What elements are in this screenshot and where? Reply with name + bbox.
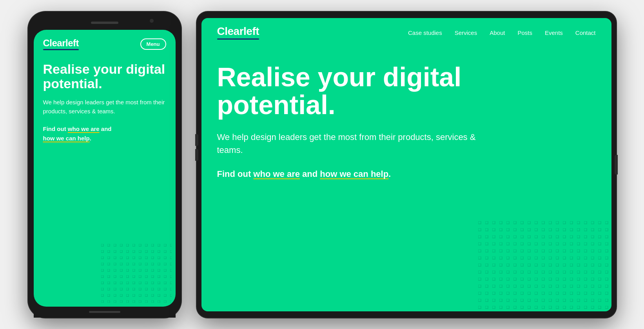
nav-contact[interactable]: Contact [575, 29, 596, 36]
phone-dot-pattern [101, 244, 172, 303]
tablet-volume-buttons [195, 134, 198, 161]
phone-device: Clearleft Menu Realise your digital pote… [28, 12, 181, 318]
tablet-nav: Case studies Services About Posts Events… [408, 29, 596, 36]
tablet-dot-pattern [478, 221, 611, 311]
tablet-who-we-are-link[interactable]: who we are [253, 169, 300, 179]
tablet-cta-prefix: Find out [217, 169, 254, 179]
nav-events[interactable]: Events [545, 29, 563, 36]
phone-notch [34, 17, 176, 28]
nav-services[interactable]: Services [455, 29, 477, 36]
tablet-how-we-help-link[interactable]: how we can help [320, 169, 388, 179]
phone-who-we-are-link[interactable]: who we are [68, 125, 100, 132]
tablet-screen: Clearleft Case studies Services About Po… [201, 18, 611, 311]
svg-rect-3 [478, 221, 611, 311]
tablet-content: Clearleft Case studies Services About Po… [201, 18, 611, 311]
phone-how-we-help-link[interactable]: how we can help [43, 135, 90, 142]
tablet-logo: Clearleft [217, 26, 259, 40]
phone-speaker [91, 22, 118, 24]
phone-cta-suffix: . [90, 135, 91, 142]
phone-cta-middle: and [100, 125, 112, 132]
phone-header: Clearleft Menu [43, 38, 166, 50]
phone-logo: Clearleft [43, 38, 79, 50]
tablet-cta-middle: and [300, 169, 320, 179]
phone-home-bar [34, 307, 176, 318]
phone-menu-button[interactable]: Menu [140, 38, 166, 50]
phone-screen: Clearleft Menu Realise your digital pote… [34, 30, 176, 307]
tablet-hero-cta: Find out who we are and how we can help. [217, 169, 596, 179]
tablet-volume-down[interactable] [195, 149, 198, 161]
tablet-header: Clearleft Case studies Services About Po… [217, 26, 596, 40]
phone-camera [150, 19, 154, 23]
phone-hero-title: Realise your digital potential. [43, 62, 166, 91]
phone-cta-prefix: Find out [43, 125, 68, 132]
tablet-hero-title: Realise your digital potential. [217, 63, 531, 119]
phone-content: Clearleft Menu Realise your digital pote… [34, 30, 176, 307]
tablet-home-button[interactable] [615, 155, 618, 174]
tablet-hero-description: We help design leaders get the most from… [217, 131, 499, 156]
tablet-device: Clearleft Case studies Services About Po… [197, 12, 616, 318]
phone-hero-cta: Find out who we are and how we can help. [43, 124, 166, 143]
tablet-cta-suffix: . [388, 169, 391, 179]
tablet-volume-up[interactable] [195, 134, 198, 146]
nav-posts[interactable]: Posts [517, 29, 532, 36]
phone-hero-description: We help design leaders get the most from… [43, 98, 166, 116]
nav-about[interactable]: About [490, 29, 505, 36]
phone-home-indicator [89, 311, 120, 313]
nav-case-studies[interactable]: Case studies [408, 29, 442, 36]
svg-rect-1 [101, 244, 172, 303]
